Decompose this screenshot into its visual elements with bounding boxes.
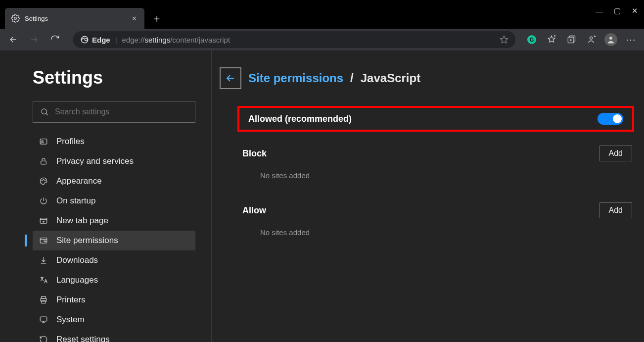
window-controls: — ▢ ✕	[591, 0, 643, 22]
language-icon	[39, 276, 48, 285]
sidebar-item-label: Languages	[56, 275, 98, 285]
allow-section-title: Allow	[242, 205, 266, 216]
block-section-title: Block	[242, 148, 267, 159]
breadcrumb-back-button[interactable]	[220, 67, 241, 89]
favorite-star-icon[interactable]	[500, 35, 508, 44]
refresh-button[interactable]	[46, 31, 64, 49]
profile-avatar[interactable]	[601, 31, 620, 49]
svg-rect-30	[42, 301, 46, 303]
back-button[interactable]	[4, 31, 23, 49]
edge-logo-icon: Edge	[80, 35, 110, 44]
sidebar-item-reset[interactable]: Reset settings	[33, 330, 195, 342]
tab-settings[interactable]: Settings ✕	[5, 8, 144, 29]
tab-strip: Settings ✕ ＋ — ▢ ✕	[0, 4, 644, 29]
window-minimize[interactable]: —	[596, 7, 603, 15]
window-maximize[interactable]: ▢	[614, 6, 621, 15]
address-bar[interactable]: Edge | edge://settings/content/javascrip…	[73, 31, 515, 48]
collections-button[interactable]	[562, 31, 581, 49]
profile-card-icon	[39, 137, 48, 146]
sidebar-item-downloads[interactable]: Downloads	[33, 250, 195, 270]
settings-sidebar: Settings Profiles Privacy and services A…	[0, 50, 212, 342]
more-menu-button[interactable]: ⋯	[621, 31, 640, 49]
add-allow-button[interactable]: Add	[599, 202, 632, 218]
allow-empty-text: No sites added	[260, 228, 636, 237]
svg-point-15	[42, 141, 43, 142]
svg-rect-16	[41, 161, 46, 164]
sidebar-item-sitepermissions[interactable]: Site permissions	[33, 231, 195, 250]
navigation-bar: Edge | edge://settings/content/javascrip…	[0, 29, 644, 50]
svg-point-17	[42, 180, 43, 181]
search-icon	[40, 107, 49, 116]
sidebar-item-profiles[interactable]: Profiles	[33, 132, 195, 151]
svg-point-26	[44, 241, 46, 242]
allowed-label: Allowed (recommended)	[248, 114, 352, 124]
forward-button	[25, 31, 44, 49]
breadcrumb-separator: /	[350, 71, 354, 85]
svg-point-18	[43, 179, 44, 180]
sidebar-item-label: Appearance	[56, 176, 102, 186]
printer-icon	[39, 295, 48, 304]
download-icon	[39, 256, 48, 265]
sidebar-item-label: Profiles	[56, 137, 85, 147]
search-settings-input[interactable]	[33, 101, 195, 123]
breadcrumb-link-sitepermissions[interactable]: Site permissions	[248, 71, 343, 85]
tab-title: Settings	[25, 15, 125, 22]
svg-point-19	[45, 180, 46, 181]
favorites-button[interactable]	[542, 31, 561, 49]
sidebar-item-printers[interactable]: Printers	[33, 290, 195, 310]
sidebar-item-label: Downloads	[56, 255, 98, 265]
close-tab-icon[interactable]: ✕	[130, 15, 138, 22]
svg-point-12	[42, 109, 47, 114]
page-title: Settings	[33, 67, 195, 88]
window-close[interactable]: ✕	[632, 6, 638, 15]
breadcrumb-current: JavaScript	[361, 71, 420, 85]
sidebar-item-label: System	[56, 315, 85, 325]
svg-rect-24	[40, 238, 47, 244]
address-product: Edge	[92, 36, 110, 44]
sidebar-item-languages[interactable]: Languages	[33, 270, 195, 290]
block-empty-text: No sites added	[260, 171, 636, 180]
system-icon	[39, 315, 48, 324]
svg-line-13	[46, 113, 48, 115]
sidebar-item-startup[interactable]: On startup	[33, 191, 195, 211]
sidebar-item-privacy[interactable]: Privacy and services	[33, 151, 195, 171]
grammarly-extension[interactable]: G	[522, 31, 541, 49]
sidebar-item-label: Site permissions	[56, 236, 118, 245]
sidebar-item-newtab[interactable]: New tab page	[33, 211, 195, 231]
permissions-icon	[39, 236, 48, 245]
gear-icon	[11, 14, 20, 23]
sidebar-item-system[interactable]: System	[33, 310, 195, 330]
allowed-toggle[interactable]	[598, 113, 623, 125]
svg-point-8	[590, 37, 593, 39]
svg-marker-2	[548, 36, 554, 43]
lock-icon	[39, 157, 48, 166]
svg-marker-1	[501, 36, 508, 43]
content-area: Site permissions / JavaScript Allowed (r…	[212, 50, 644, 342]
allowed-setting-row: Allowed (recommended)	[237, 106, 634, 132]
newtab-icon	[39, 216, 48, 225]
sidebar-item-label: Privacy and services	[56, 156, 134, 166]
reset-icon	[39, 335, 48, 342]
profile-switch-button[interactable]	[582, 31, 600, 49]
sidebar-item-label: New tab page	[56, 216, 108, 226]
sidebar-item-label: On startup	[56, 196, 95, 206]
svg-rect-31	[40, 317, 47, 321]
address-url: edge://settings/content/javascript	[122, 36, 230, 44]
new-tab-button[interactable]: ＋	[148, 10, 165, 27]
breadcrumb: Site permissions / JavaScript	[220, 67, 636, 89]
sidebar-item-label: Reset settings	[56, 335, 110, 342]
palette-icon	[39, 177, 48, 186]
add-block-button[interactable]: Add	[599, 146, 632, 161]
power-icon	[39, 196, 48, 205]
sidebar-item-label: Printers	[56, 295, 86, 305]
sidebar-item-appearance[interactable]: Appearance	[33, 171, 195, 191]
svg-point-11	[609, 37, 612, 40]
